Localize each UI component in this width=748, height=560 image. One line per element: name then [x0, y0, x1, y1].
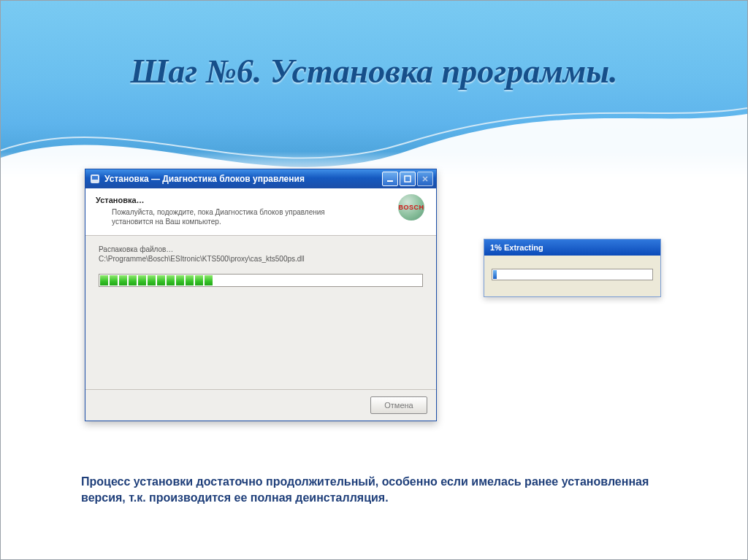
- installer-window-title: Установка — Диагностика блоков управлени…: [104, 174, 382, 184]
- bosch-label: BOSCH: [398, 204, 424, 211]
- progress-segment: [110, 275, 118, 285]
- app-icon: [90, 174, 100, 184]
- progress-segment: [129, 275, 137, 285]
- close-button[interactable]: [417, 172, 433, 186]
- extracting-window: 1% Extracting: [484, 239, 661, 297]
- installer-progress-bar: [99, 274, 423, 287]
- progress-segment: [493, 270, 497, 279]
- cancel-button[interactable]: Отмена: [370, 396, 427, 414]
- maximize-button[interactable]: [400, 172, 416, 186]
- bosch-logo: BOSCH: [394, 194, 429, 220]
- installer-status: Распаковка файлов… C:\Programme\Bosch\ES…: [99, 245, 423, 264]
- installer-footer: Отмена: [85, 389, 436, 421]
- extracting-progress-bar: [492, 269, 653, 280]
- installer-heading: Установка…: [96, 196, 426, 204]
- progress-segment: [148, 275, 156, 285]
- progress-segment: [205, 275, 213, 285]
- installer-header: Установка… Пожалуйста, подождите, пока Д…: [85, 188, 436, 236]
- presentation-slide: Шаг №6. Установка программы. Установка —…: [0, 0, 748, 560]
- progress-segment: [176, 275, 184, 285]
- svg-rect-2: [387, 180, 393, 182]
- slide-title: Шаг №6. Установка программы.: [1, 52, 747, 91]
- progress-segment: [100, 275, 108, 285]
- installer-titlebar[interactable]: Установка — Диагностика блоков управлени…: [85, 169, 436, 188]
- status-line-2: C:\Programme\Bosch\ESItronic\KTS500\prox…: [99, 254, 423, 264]
- svg-rect-3: [405, 176, 411, 182]
- progress-segment: [186, 275, 194, 285]
- status-line-1: Распаковка файлов…: [99, 245, 423, 254]
- window-controls: [382, 172, 433, 186]
- minimize-button[interactable]: [382, 172, 398, 186]
- installer-subheading: Пожалуйста, подождите, пока Диагностика …: [112, 207, 338, 226]
- installer-body: Установка… Пожалуйста, подождите, пока Д…: [85, 188, 436, 421]
- installer-window: Установка — Диагностика блоков управлени…: [85, 169, 437, 421]
- extracting-title: 1% Extracting: [490, 243, 543, 252]
- svg-rect-1: [92, 176, 98, 180]
- progress-segment: [195, 275, 203, 285]
- progress-segment: [138, 275, 146, 285]
- progress-segment: [119, 275, 127, 285]
- progress-segment: [157, 275, 165, 285]
- slide-description: Процесс установки достаточно продолжител…: [81, 474, 665, 505]
- installer-content: Распаковка файлов… C:\Programme\Bosch\ES…: [85, 236, 436, 389]
- extracting-titlebar[interactable]: 1% Extracting: [484, 239, 660, 256]
- extracting-body: [484, 256, 660, 296]
- progress-segment: [167, 275, 175, 285]
